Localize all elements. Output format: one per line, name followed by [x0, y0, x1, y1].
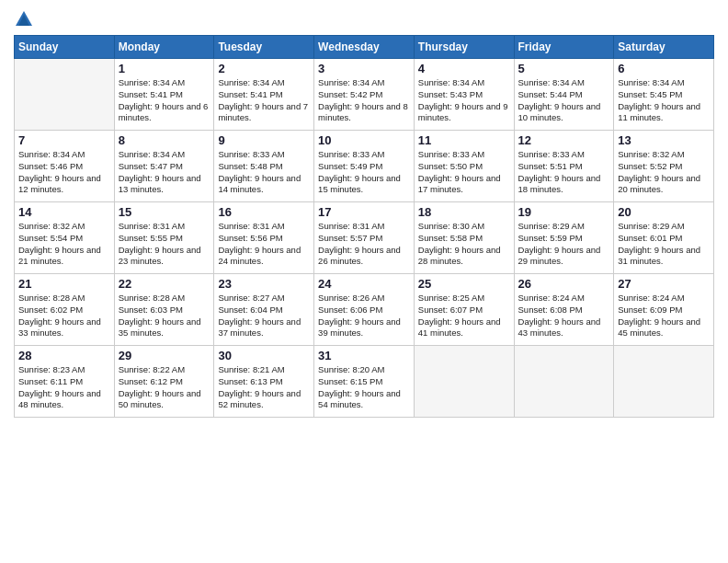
calendar-cell: [514, 346, 614, 418]
day-header-saturday: Saturday: [614, 36, 714, 59]
calendar-cell: 23Sunrise: 8:27 AMSunset: 6:04 PMDayligh…: [214, 274, 314, 346]
calendar-cell: 4Sunrise: 8:34 AMSunset: 5:43 PMDaylight…: [414, 59, 514, 131]
calendar-cell: 20Sunrise: 8:29 AMSunset: 6:01 PMDayligh…: [614, 202, 714, 274]
day-number: 25: [418, 277, 510, 291]
cell-info: Sunrise: 8:24 AMSunset: 6:09 PMDaylight:…: [618, 293, 710, 339]
cell-info: Sunrise: 8:27 AMSunset: 6:04 PMDaylight:…: [218, 293, 310, 339]
day-number: 15: [119, 205, 210, 219]
day-number: 27: [618, 277, 710, 291]
calendar-cell: 21Sunrise: 8:28 AMSunset: 6:02 PMDayligh…: [15, 274, 115, 346]
calendar-cell: 12Sunrise: 8:33 AMSunset: 5:51 PMDayligh…: [514, 131, 614, 202]
day-number: 16: [218, 205, 310, 219]
day-number: 14: [18, 205, 110, 219]
cell-info: Sunrise: 8:34 AMSunset: 5:41 PMDaylight:…: [218, 77, 310, 124]
day-number: 21: [18, 277, 110, 291]
day-number: 5: [518, 62, 610, 75]
week-row-4: 21Sunrise: 8:28 AMSunset: 6:02 PMDayligh…: [15, 274, 714, 346]
calendar-table: SundayMondayTuesdayWednesdayThursdayFrid…: [14, 35, 714, 418]
calendar-cell: 25Sunrise: 8:25 AMSunset: 6:07 PMDayligh…: [414, 274, 514, 346]
week-row-1: 1Sunrise: 8:34 AMSunset: 5:41 PMDaylight…: [15, 59, 714, 131]
day-number: 30: [218, 349, 310, 362]
calendar-cell: [15, 59, 115, 131]
calendar-cell: 2Sunrise: 8:34 AMSunset: 5:41 PMDaylight…: [214, 59, 314, 131]
logo: [14, 9, 38, 29]
day-number: 7: [18, 133, 110, 147]
cell-info: Sunrise: 8:31 AMSunset: 5:55 PMDaylight:…: [119, 221, 210, 268]
day-number: 13: [618, 133, 710, 147]
cell-info: Sunrise: 8:33 AMSunset: 5:49 PMDaylight:…: [318, 149, 410, 196]
calendar-cell: 29Sunrise: 8:22 AMSunset: 6:12 PMDayligh…: [114, 346, 214, 418]
day-header-wednesday: Wednesday: [314, 36, 415, 59]
week-row-3: 14Sunrise: 8:32 AMSunset: 5:54 PMDayligh…: [15, 202, 714, 274]
calendar-cell: 3Sunrise: 8:34 AMSunset: 5:42 PMDaylight…: [314, 59, 415, 131]
calendar-cell: 27Sunrise: 8:24 AMSunset: 6:09 PMDayligh…: [614, 274, 714, 346]
page: SundayMondayTuesdayWednesdayThursdayFrid…: [0, 0, 728, 563]
day-number: 6: [618, 62, 710, 75]
cell-info: Sunrise: 8:31 AMSunset: 5:56 PMDaylight:…: [218, 221, 310, 268]
calendar-cell: 10Sunrise: 8:33 AMSunset: 5:49 PMDayligh…: [314, 131, 415, 202]
cell-info: Sunrise: 8:34 AMSunset: 5:44 PMDaylight:…: [518, 77, 610, 124]
cell-info: Sunrise: 8:33 AMSunset: 5:51 PMDaylight:…: [518, 149, 610, 196]
day-number: 11: [418, 133, 510, 147]
calendar-cell: 8Sunrise: 8:34 AMSunset: 5:47 PMDaylight…: [114, 131, 214, 202]
day-header-monday: Monday: [114, 36, 214, 59]
calendar-cell: 28Sunrise: 8:23 AMSunset: 6:11 PMDayligh…: [15, 346, 115, 418]
week-row-2: 7Sunrise: 8:34 AMSunset: 5:46 PMDaylight…: [15, 131, 714, 202]
calendar-cell: 13Sunrise: 8:32 AMSunset: 5:52 PMDayligh…: [614, 131, 714, 202]
calendar-cell: [614, 346, 714, 418]
cell-info: Sunrise: 8:32 AMSunset: 5:54 PMDaylight:…: [18, 221, 110, 268]
day-number: 8: [119, 133, 210, 147]
day-number: 26: [518, 277, 610, 291]
cell-info: Sunrise: 8:30 AMSunset: 5:58 PMDaylight:…: [418, 221, 510, 268]
day-number: 12: [518, 133, 610, 147]
day-number: 24: [318, 277, 410, 291]
day-number: 22: [119, 277, 210, 291]
calendar-cell: 14Sunrise: 8:32 AMSunset: 5:54 PMDayligh…: [15, 202, 115, 274]
day-number: 1: [119, 62, 210, 75]
calendar-cell: 26Sunrise: 8:24 AMSunset: 6:08 PMDayligh…: [514, 274, 614, 346]
day-number: 29: [119, 349, 210, 362]
calendar-cell: 22Sunrise: 8:28 AMSunset: 6:03 PMDayligh…: [114, 274, 214, 346]
logo-icon: [14, 9, 34, 29]
cell-info: Sunrise: 8:34 AMSunset: 5:47 PMDaylight:…: [119, 149, 210, 196]
cell-info: Sunrise: 8:22 AMSunset: 6:12 PMDaylight:…: [119, 364, 210, 411]
calendar-cell: 9Sunrise: 8:33 AMSunset: 5:48 PMDaylight…: [214, 131, 314, 202]
cell-info: Sunrise: 8:33 AMSunset: 5:48 PMDaylight:…: [218, 149, 310, 196]
calendar-cell: 1Sunrise: 8:34 AMSunset: 5:41 PMDaylight…: [114, 59, 214, 131]
calendar-cell: 15Sunrise: 8:31 AMSunset: 5:55 PMDayligh…: [114, 202, 214, 274]
calendar-cell: 30Sunrise: 8:21 AMSunset: 6:13 PMDayligh…: [214, 346, 314, 418]
cell-info: Sunrise: 8:24 AMSunset: 6:08 PMDaylight:…: [518, 293, 610, 339]
cell-info: Sunrise: 8:34 AMSunset: 5:45 PMDaylight:…: [618, 77, 710, 124]
week-row-5: 28Sunrise: 8:23 AMSunset: 6:11 PMDayligh…: [15, 346, 714, 418]
day-number: 19: [518, 205, 610, 219]
cell-info: Sunrise: 8:21 AMSunset: 6:13 PMDaylight:…: [218, 364, 310, 411]
cell-info: Sunrise: 8:28 AMSunset: 6:02 PMDaylight:…: [18, 293, 110, 339]
cell-info: Sunrise: 8:34 AMSunset: 5:41 PMDaylight:…: [119, 77, 210, 124]
cell-info: Sunrise: 8:26 AMSunset: 6:06 PMDaylight:…: [318, 293, 410, 339]
day-number: 20: [618, 205, 710, 219]
calendar-cell: 16Sunrise: 8:31 AMSunset: 5:56 PMDayligh…: [214, 202, 314, 274]
cell-info: Sunrise: 8:28 AMSunset: 6:03 PMDaylight:…: [119, 293, 210, 339]
calendar-cell: 7Sunrise: 8:34 AMSunset: 5:46 PMDaylight…: [15, 131, 115, 202]
cell-info: Sunrise: 8:34 AMSunset: 5:42 PMDaylight:…: [318, 77, 410, 124]
day-number: 31: [318, 349, 410, 362]
calendar-cell: 5Sunrise: 8:34 AMSunset: 5:44 PMDaylight…: [514, 59, 614, 131]
day-number: 23: [218, 277, 310, 291]
cell-info: Sunrise: 8:20 AMSunset: 6:15 PMDaylight:…: [318, 364, 410, 411]
day-number: 9: [218, 133, 310, 147]
calendar-cell: [414, 346, 514, 418]
calendar-cell: 6Sunrise: 8:34 AMSunset: 5:45 PMDaylight…: [614, 59, 714, 131]
cell-info: Sunrise: 8:34 AMSunset: 5:46 PMDaylight:…: [18, 149, 110, 196]
calendar-cell: 24Sunrise: 8:26 AMSunset: 6:06 PMDayligh…: [314, 274, 415, 346]
cell-info: Sunrise: 8:32 AMSunset: 5:52 PMDaylight:…: [618, 149, 710, 196]
day-number: 4: [418, 62, 510, 75]
day-header-tuesday: Tuesday: [214, 36, 314, 59]
calendar-cell: 11Sunrise: 8:33 AMSunset: 5:50 PMDayligh…: [414, 131, 514, 202]
header-row: [14, 9, 714, 29]
cell-info: Sunrise: 8:29 AMSunset: 5:59 PMDaylight:…: [518, 221, 610, 268]
day-number: 2: [218, 62, 310, 75]
cell-info: Sunrise: 8:33 AMSunset: 5:50 PMDaylight:…: [418, 149, 510, 196]
day-number: 18: [418, 205, 510, 219]
cell-info: Sunrise: 8:31 AMSunset: 5:57 PMDaylight:…: [318, 221, 410, 268]
day-header-thursday: Thursday: [414, 36, 514, 59]
